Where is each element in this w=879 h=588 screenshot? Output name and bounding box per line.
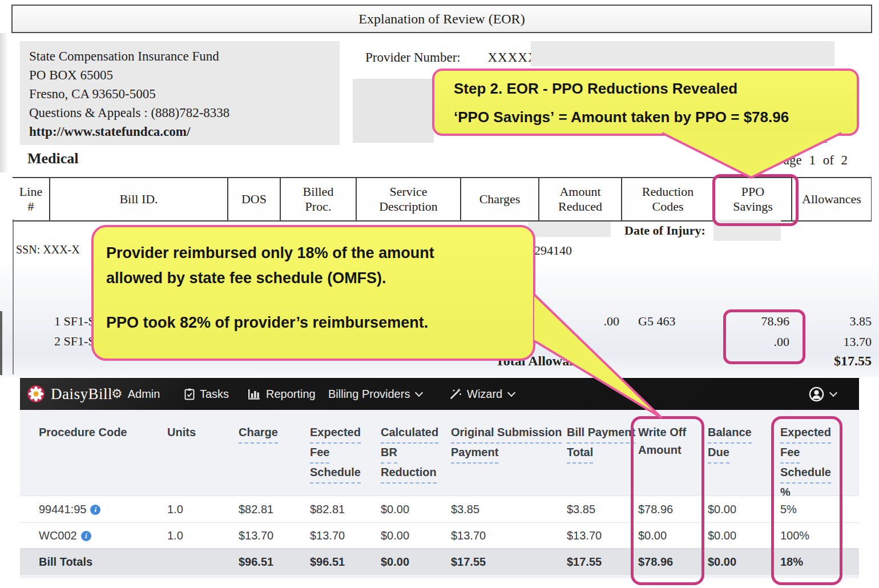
eor-allowance-value: 13.70 — [816, 335, 872, 349]
orig-payment-cell: $3.85 — [451, 496, 479, 523]
provider-number-label: Provider Number: — [365, 50, 461, 65]
nav-tasks[interactable]: Tasks — [184, 378, 229, 410]
chevron-down-icon — [415, 389, 423, 397]
eor-col-servicedesc: ServiceDescription — [357, 178, 461, 220]
eor-row-line: 1 SF1-S — [54, 314, 95, 329]
bill-total-total-cell: $17.55 — [567, 549, 602, 575]
nav-reporting[interactable]: Reporting — [248, 378, 316, 410]
col-expected-fee-schedule[interactable]: Expected Fee Schedule — [310, 424, 361, 484]
expected-fee-total-cell: $96.51 — [310, 549, 345, 575]
eor-col-dos: DOS — [228, 178, 281, 220]
eor-col-line: Line# — [13, 178, 50, 220]
provider-number: Provider Number: XXXXX — [365, 50, 538, 65]
units-cell: 1.0 — [167, 523, 183, 549]
payer-questions: Questions & Appeals : (888)782-8338 — [29, 103, 340, 122]
highlight-ppo-savings-header — [712, 174, 799, 226]
eor-col-reductioncodes: ReductionCodes — [622, 178, 715, 220]
app-navbar: DaisyBill ⚙ Admin Tasks Reporting — [20, 378, 859, 410]
col-charge[interactable]: Charge — [239, 424, 278, 444]
col-units: Units — [167, 424, 196, 441]
clipboard-check-icon — [184, 388, 195, 400]
highlight-fee-pct-column — [771, 416, 842, 585]
orig-payment-total-cell: $17.55 — [451, 549, 486, 575]
balance-cell: $0.00 — [708, 496, 736, 523]
table-row: WC002i 1.0 $13.70 $13.70 $0.00 $13.70 $1… — [20, 522, 859, 549]
ssn-label: SSN: XXX-X — [16, 243, 80, 256]
brand-name: DaisyBill — [51, 385, 112, 403]
procedure-code-cell: 99441:95i — [39, 496, 100, 523]
bar-chart-icon — [248, 389, 261, 400]
eor-col-allowances: Allowances — [792, 178, 872, 220]
nav-admin[interactable]: ⚙ Admin — [111, 378, 160, 410]
eor-title: Explanation of Review (EOR) — [358, 11, 525, 27]
payer-city: Fresno, CA 93650-5005 — [29, 84, 340, 103]
scan-left-margin — [0, 33, 8, 172]
callout-step2-line2: ‘PPO Savings’ = Amount taken by PPO = $7… — [454, 108, 789, 126]
callout-provider-line1: Provider reimbursed only 18% of the amou… — [106, 244, 434, 262]
info-icon[interactable]: i — [81, 531, 91, 541]
eor-col-amountreduced: AmountReduced — [539, 178, 622, 220]
nav-wizard[interactable]: Wizard — [449, 378, 514, 410]
page-indicator: Page 1 of 2 — [776, 153, 848, 168]
eor-row-line: 2 SF1-S — [54, 334, 95, 349]
redaction-box — [353, 79, 434, 143]
calc-br-cell: $0.00 — [381, 523, 409, 549]
gear-icon: ⚙ — [111, 388, 123, 400]
table-row: 99441:95i 1.0 $82.81 $82.81 $0.00 $3.85 … — [20, 496, 859, 523]
charge-cell: $82.81 — [239, 496, 273, 523]
daisybill-logo[interactable]: DaisyBill — [27, 378, 112, 410]
col-calculated-br-reduction[interactable]: Calculated BR Reduction — [381, 424, 438, 484]
expected-fee-cell: $13.70 — [310, 523, 345, 549]
chevron-down-icon — [507, 389, 515, 397]
charge-cell: $13.70 — [239, 523, 273, 549]
calc-br-total-cell: $0.00 — [381, 549, 409, 575]
callout-provider: Provider reimbursed only 18% of the amou… — [91, 225, 535, 361]
expected-fee-cell: $82.81 — [310, 496, 345, 523]
eor-col-billid: Bill ID. — [50, 178, 228, 220]
date-of-injury-label: Date of Injury: — [624, 223, 705, 238]
highlight-write-off-column — [631, 416, 704, 585]
eor-amount-reduced: .00 — [571, 314, 619, 329]
units-cell: 1.0 — [167, 496, 183, 523]
scan-number-fragment: 74011 — [795, 136, 828, 150]
callout-step2: Step 2. EOR - PPO Reductions Revealed ‘P… — [432, 69, 859, 136]
balance-total-cell: $0.00 — [708, 549, 736, 575]
scan-edge-artifact — [0, 311, 2, 375]
claim-number-fragment: 294140 — [534, 243, 572, 258]
user-icon — [809, 386, 824, 402]
procedure-code-cell: WC002i — [39, 523, 91, 549]
user-menu[interactable] — [809, 378, 836, 410]
eor-col-billedproc: BilledProc. — [281, 178, 357, 220]
eor-allowance-value: 3.85 — [822, 314, 872, 329]
col-balance-due[interactable]: Balance Due — [708, 424, 752, 464]
orig-payment-cell: $13.70 — [451, 523, 486, 549]
redaction-box — [531, 41, 834, 66]
callout-provider-line2: allowed by state fee schedule (OMFS). — [106, 269, 386, 287]
eor-title-bar: Explanation of Review (EOR) — [11, 5, 872, 33]
total-allowances-value: $17.55 — [811, 353, 872, 369]
eor-table-left-border — [13, 219, 14, 374]
callout-provider-line3: PPO took 82% of provider’s reimbursement… — [106, 314, 428, 332]
payer-pobox: PO BOX 65005 — [29, 66, 340, 84]
col-bill-payment-total[interactable]: Bill Payment Total — [567, 424, 635, 464]
magic-wand-icon — [449, 388, 462, 400]
eor-reduction-codes: G5 463 — [638, 314, 675, 329]
payer-name: State Compensation Insurance Fund — [29, 47, 340, 66]
bill-totals-label: Bill Totals — [39, 549, 92, 575]
redaction-box — [528, 221, 611, 237]
medical-section-label: Medical — [27, 150, 79, 167]
chevron-down-icon — [829, 389, 837, 397]
balance-cell: $0.00 — [708, 523, 736, 549]
col-original-submission-payment[interactable]: Original Submission Payment — [451, 424, 562, 464]
callout-step2-line1: Step 2. EOR - PPO Reductions Revealed — [454, 80, 737, 98]
highlight-ppo-savings-values — [723, 309, 805, 364]
info-icon[interactable]: i — [90, 505, 100, 515]
calc-br-cell: $0.00 — [381, 496, 409, 523]
bill-total-cell: $13.70 — [567, 523, 602, 549]
col-procedure-code: Procedure Code — [39, 424, 127, 441]
nav-billing-providers[interactable]: Billing Providers — [328, 378, 422, 410]
charge-total-cell: $96.51 — [239, 549, 273, 575]
payer-address-block: State Compensation Insurance Fund PO BOX… — [20, 41, 340, 145]
screenshot-root: Explanation of Review (EOR) State Compen… — [0, 0, 879, 588]
bill-total-cell: $3.85 — [567, 496, 595, 523]
